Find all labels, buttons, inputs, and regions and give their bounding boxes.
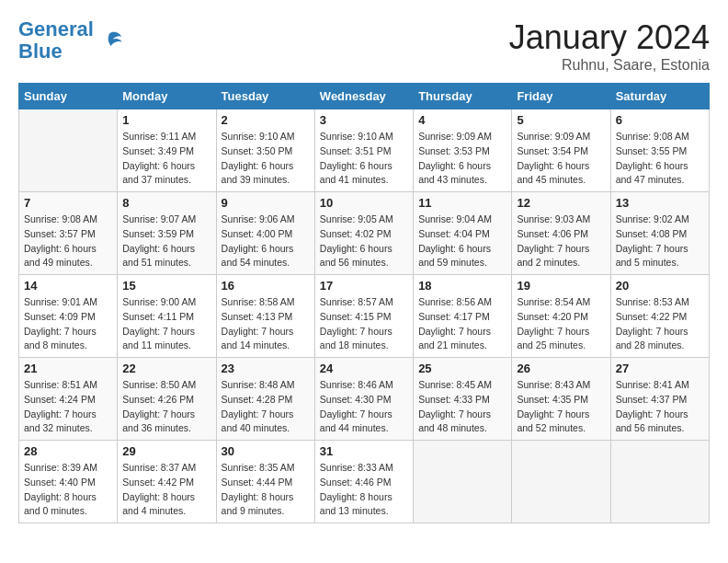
day-info: Sunrise: 9:04 AMSunset: 4:04 PMDaylight:… <box>418 213 506 270</box>
calendar-day-cell: 21Sunrise: 8:51 AMSunset: 4:24 PMDayligh… <box>19 358 118 441</box>
day-info: Sunrise: 8:53 AMSunset: 4:22 PMDaylight:… <box>616 295 704 353</box>
title-block: January 2024 Ruhnu, Saare, Estonia <box>509 18 710 74</box>
day-info: Sunrise: 8:45 AMSunset: 4:33 PMDaylight:… <box>418 378 506 436</box>
calendar-day-cell: 23Sunrise: 8:48 AMSunset: 4:28 PMDayligh… <box>216 358 314 441</box>
day-number: 18 <box>418 279 506 293</box>
day-info: Sunrise: 9:09 AMSunset: 3:54 PMDaylight:… <box>517 130 605 188</box>
day-number: 30 <box>222 444 310 458</box>
day-info: Sunrise: 8:46 AMSunset: 4:30 PMDaylight:… <box>320 378 408 436</box>
page-header: General Blue January 2024 Ruhnu, Saare, … <box>18 18 710 74</box>
day-number: 20 <box>616 279 704 293</box>
calendar-day-cell: 3Sunrise: 9:10 AMSunset: 3:51 PMDaylight… <box>314 109 413 192</box>
day-info: Sunrise: 8:48 AMSunset: 4:28 PMDaylight:… <box>222 378 310 436</box>
calendar-day-cell: 28Sunrise: 8:39 AMSunset: 4:40 PMDayligh… <box>19 441 118 523</box>
calendar-week-row: 28Sunrise: 8:39 AMSunset: 4:40 PMDayligh… <box>19 441 710 523</box>
day-number: 22 <box>122 362 210 375</box>
day-number: 15 <box>122 279 210 293</box>
weekday-header-sunday: Sunday <box>19 84 118 109</box>
calendar-day-cell: 24Sunrise: 8:46 AMSunset: 4:30 PMDayligh… <box>314 358 413 441</box>
day-number: 19 <box>517 279 605 293</box>
day-number: 21 <box>24 362 112 375</box>
calendar-day-cell: 19Sunrise: 8:54 AMSunset: 4:20 PMDayligh… <box>512 275 610 358</box>
day-info: Sunrise: 9:05 AMSunset: 4:02 PMDaylight:… <box>320 213 408 270</box>
weekday-header-wednesday: Wednesday <box>314 84 413 109</box>
day-number: 8 <box>122 196 210 210</box>
weekday-header-friday: Friday <box>512 84 610 109</box>
day-info: Sunrise: 9:10 AMSunset: 3:51 PMDaylight:… <box>320 130 408 188</box>
day-number: 25 <box>418 362 506 375</box>
calendar-week-row: 21Sunrise: 8:51 AMSunset: 4:24 PMDayligh… <box>19 358 710 441</box>
day-info: Sunrise: 9:08 AMSunset: 3:57 PMDaylight:… <box>24 213 112 270</box>
calendar-day-cell <box>512 441 610 523</box>
day-number: 4 <box>418 113 506 127</box>
day-number: 17 <box>320 279 408 293</box>
day-info: Sunrise: 9:06 AMSunset: 4:00 PMDaylight:… <box>222 213 310 270</box>
calendar-day-cell: 22Sunrise: 8:50 AMSunset: 4:26 PMDayligh… <box>118 358 216 441</box>
day-number: 2 <box>222 113 310 127</box>
calendar-day-cell <box>414 441 512 523</box>
calendar-day-cell: 4Sunrise: 9:09 AMSunset: 3:53 PMDaylight… <box>414 109 512 192</box>
day-number: 3 <box>320 113 408 127</box>
logo: General Blue <box>18 18 123 63</box>
calendar-day-cell <box>610 441 709 523</box>
day-number: 6 <box>616 113 704 127</box>
calendar-day-cell: 8Sunrise: 9:07 AMSunset: 3:59 PMDaylight… <box>118 192 216 275</box>
calendar-day-cell: 5Sunrise: 9:09 AMSunset: 3:54 PMDaylight… <box>512 109 610 192</box>
calendar-day-cell: 31Sunrise: 8:33 AMSunset: 4:46 PMDayligh… <box>314 441 413 523</box>
calendar-day-cell: 25Sunrise: 8:45 AMSunset: 4:33 PMDayligh… <box>414 358 512 441</box>
logo-bird-icon <box>96 27 123 54</box>
calendar-day-cell: 30Sunrise: 8:35 AMSunset: 4:44 PMDayligh… <box>216 441 314 523</box>
day-info: Sunrise: 8:58 AMSunset: 4:13 PMDaylight:… <box>222 295 310 353</box>
day-number: 7 <box>24 196 112 210</box>
day-number: 13 <box>616 196 704 210</box>
day-info: Sunrise: 9:02 AMSunset: 4:08 PMDaylight:… <box>616 213 704 270</box>
day-number: 9 <box>222 196 310 210</box>
calendar-week-row: 14Sunrise: 9:01 AMSunset: 4:09 PMDayligh… <box>19 275 710 358</box>
day-info: Sunrise: 9:08 AMSunset: 3:55 PMDaylight:… <box>616 130 704 188</box>
weekday-header-tuesday: Tuesday <box>216 84 314 109</box>
calendar-day-cell: 13Sunrise: 9:02 AMSunset: 4:08 PMDayligh… <box>610 192 709 275</box>
day-info: Sunrise: 8:51 AMSunset: 4:24 PMDaylight:… <box>24 378 112 436</box>
calendar-body: 1Sunrise: 9:11 AMSunset: 3:49 PMDaylight… <box>19 109 710 523</box>
calendar-day-cell: 11Sunrise: 9:04 AMSunset: 4:04 PMDayligh… <box>414 192 512 275</box>
day-info: Sunrise: 9:10 AMSunset: 3:50 PMDaylight:… <box>222 130 310 188</box>
calendar-day-cell: 20Sunrise: 8:53 AMSunset: 4:22 PMDayligh… <box>610 275 709 358</box>
calendar-day-cell: 12Sunrise: 9:03 AMSunset: 4:06 PMDayligh… <box>512 192 610 275</box>
weekday-header-thursday: Thursday <box>414 84 512 109</box>
logo-text: General Blue <box>18 18 94 63</box>
day-info: Sunrise: 9:03 AMSunset: 4:06 PMDaylight:… <box>517 213 605 270</box>
calendar-week-row: 7Sunrise: 9:08 AMSunset: 3:57 PMDaylight… <box>19 192 710 275</box>
calendar-day-cell: 7Sunrise: 9:08 AMSunset: 3:57 PMDaylight… <box>19 192 118 275</box>
day-info: Sunrise: 9:00 AMSunset: 4:11 PMDaylight:… <box>122 295 210 353</box>
weekday-header-saturday: Saturday <box>610 84 709 109</box>
calendar-day-cell: 17Sunrise: 8:57 AMSunset: 4:15 PMDayligh… <box>314 275 413 358</box>
day-info: Sunrise: 8:35 AMSunset: 4:44 PMDaylight:… <box>222 461 310 519</box>
day-number: 11 <box>418 196 506 210</box>
calendar-day-cell: 14Sunrise: 9:01 AMSunset: 4:09 PMDayligh… <box>19 275 118 358</box>
day-info: Sunrise: 8:57 AMSunset: 4:15 PMDaylight:… <box>320 295 408 353</box>
day-number: 23 <box>222 362 310 375</box>
day-info: Sunrise: 8:39 AMSunset: 4:40 PMDaylight:… <box>24 461 112 519</box>
calendar-day-cell <box>19 109 118 192</box>
day-number: 16 <box>222 279 310 293</box>
calendar-day-cell: 18Sunrise: 8:56 AMSunset: 4:17 PMDayligh… <box>414 275 512 358</box>
day-info: Sunrise: 8:50 AMSunset: 4:26 PMDaylight:… <box>122 378 210 436</box>
calendar-day-cell: 15Sunrise: 9:00 AMSunset: 4:11 PMDayligh… <box>118 275 216 358</box>
day-info: Sunrise: 8:41 AMSunset: 4:37 PMDaylight:… <box>616 378 704 436</box>
weekday-header-monday: Monday <box>118 84 216 109</box>
day-info: Sunrise: 9:07 AMSunset: 3:59 PMDaylight:… <box>122 213 210 270</box>
calendar-day-cell: 2Sunrise: 9:10 AMSunset: 3:50 PMDaylight… <box>216 109 314 192</box>
day-number: 29 <box>122 444 210 458</box>
day-number: 24 <box>320 362 408 375</box>
day-number: 31 <box>320 444 408 458</box>
location: Ruhnu, Saare, Estonia <box>509 57 710 74</box>
day-number: 14 <box>24 279 112 293</box>
calendar-header-row: SundayMondayTuesdayWednesdayThursdayFrid… <box>19 84 710 109</box>
day-info: Sunrise: 9:11 AMSunset: 3:49 PMDaylight:… <box>122 130 210 188</box>
day-info: Sunrise: 8:54 AMSunset: 4:20 PMDaylight:… <box>517 295 605 353</box>
day-number: 12 <box>517 196 605 210</box>
day-info: Sunrise: 8:37 AMSunset: 4:42 PMDaylight:… <box>122 461 210 519</box>
calendar-day-cell: 16Sunrise: 8:58 AMSunset: 4:13 PMDayligh… <box>216 275 314 358</box>
calendar-day-cell: 29Sunrise: 8:37 AMSunset: 4:42 PMDayligh… <box>118 441 216 523</box>
day-info: Sunrise: 8:43 AMSunset: 4:35 PMDaylight:… <box>517 378 605 436</box>
